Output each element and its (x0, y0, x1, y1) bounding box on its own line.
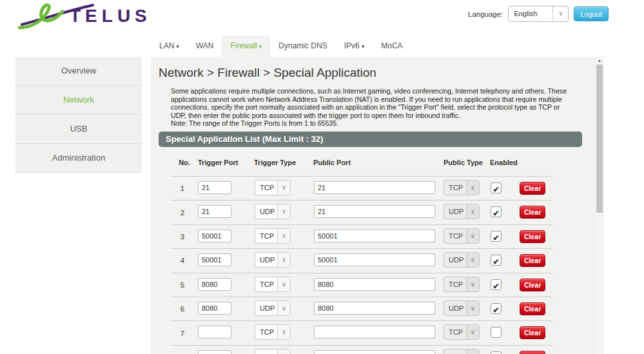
public-type-value: TCP (444, 181, 466, 195)
trigger-type-select[interactable]: UDP ∨ (255, 252, 291, 268)
clear-button[interactable]: Clear (520, 230, 545, 243)
tab-ipv6[interactable]: IPv6▾ (336, 35, 373, 57)
public-port-input[interactable] (314, 253, 435, 266)
enabled-checkbox[interactable] (491, 351, 502, 354)
caret-down-icon: ▾ (176, 43, 179, 50)
row-number: 3 (175, 225, 190, 248)
logo-wordmark: TELUS (70, 6, 150, 26)
content-area: Network > Firewall > Special Application… (151, 57, 604, 354)
sidebar-item-network[interactable]: Network (15, 86, 142, 115)
chevron-down-icon: ∨ (277, 277, 290, 291)
trigger-type-select[interactable]: TCP ∨ (255, 228, 291, 244)
enabled-checkbox[interactable] (491, 327, 502, 338)
public-type-select[interactable]: UDP ∨ (444, 204, 480, 219)
public-type-select[interactable]: UDP ∨ (444, 252, 480, 268)
trigger-port-input[interactable] (198, 253, 231, 266)
public-port-input[interactable] (314, 230, 435, 242)
column-header-trigger-port: Trigger Port (198, 159, 238, 166)
table-row: 4 UDP ∨ UDP ∨ Clear (171, 248, 553, 272)
public-type-select[interactable]: TCP ∨ (444, 324, 480, 340)
chevron-down-icon: ∨ (277, 181, 290, 195)
trigger-type-select[interactable]: UDP ∨ (255, 204, 291, 219)
trigger-type-value: TCP (255, 325, 277, 339)
table-row: 1 TCP ∨ TCP ∨ Clear (171, 176, 553, 200)
sidebar-item-overview[interactable]: Overview (15, 57, 142, 86)
tab-wan[interactable]: WAN (188, 35, 222, 57)
trigger-type-value: UDP (255, 301, 277, 315)
tab-dynamic-dns[interactable]: Dynamic DNS (270, 35, 335, 57)
sidebar-item-administration[interactable]: Administration (15, 144, 142, 173)
column-header-enabled: Enabled (490, 159, 518, 166)
clear-button[interactable]: Clear (520, 302, 545, 315)
vertical-scrollbar[interactable]: ▲ (596, 57, 603, 354)
chevron-down-icon: ∨ (466, 253, 479, 267)
trigger-type-select[interactable]: TCP ∨ (255, 324, 291, 340)
chevron-down-icon: ∨ (277, 349, 290, 354)
enabled-checkbox[interactable] (491, 206, 502, 217)
language-select[interactable]: English ∨ (508, 6, 569, 22)
logout-button[interactable]: Logout (574, 6, 609, 21)
public-type-value: UDP (444, 253, 466, 267)
clear-button[interactable]: Clear (520, 351, 545, 354)
public-port-input[interactable] (314, 278, 435, 291)
public-type-select[interactable]: TCP ∨ (444, 180, 480, 195)
column-header-public-type: Public Type (444, 159, 483, 166)
chevron-down-icon: ∨ (466, 349, 479, 354)
trigger-port-input[interactable] (198, 302, 231, 315)
table-row: 7 TCP ∨ TCP ∨ Clear (171, 320, 553, 344)
public-type-select[interactable]: TCP ∨ (444, 349, 480, 354)
public-type-value: TCP (444, 229, 466, 243)
trigger-type-select[interactable]: TCP ∨ (255, 277, 291, 292)
enabled-checkbox[interactable] (491, 182, 502, 193)
chevron-down-icon: ∨ (277, 253, 290, 267)
clear-button[interactable]: Clear (520, 254, 545, 267)
trigger-type-select[interactable]: TCP ∨ (255, 180, 291, 195)
enabled-checkbox[interactable] (491, 303, 502, 314)
public-type-select[interactable]: TCP ∨ (444, 228, 480, 244)
row-number: 4 (175, 249, 190, 272)
trigger-port-input[interactable] (198, 278, 231, 291)
tab-lan[interactable]: LAN▾ (151, 35, 188, 57)
trigger-port-input[interactable] (198, 205, 231, 218)
scroll-up-arrow-icon[interactable]: ▲ (596, 57, 603, 64)
chevron-down-icon: ∨ (466, 229, 479, 243)
chevron-down-icon: ∨ (466, 277, 479, 291)
panel-title-bar: Special Application List (Max Limit : 32… (159, 132, 582, 147)
tab-firewall[interactable]: Firewall▾ (222, 35, 270, 57)
public-port-input[interactable] (314, 302, 435, 315)
tab-moca[interactable]: MoCA (373, 35, 411, 57)
enabled-checkbox[interactable] (491, 279, 502, 290)
chevron-down-icon: ∨ (466, 204, 479, 219)
description-note: Note: The range of the Trigger Ports is … (171, 119, 338, 127)
public-type-value: TCP (444, 277, 466, 291)
language-select-value: English (509, 6, 552, 21)
public-type-select[interactable]: UDP ∨ (444, 300, 480, 316)
row-number: 1 (175, 177, 190, 200)
description-text: Some applications require multiple conne… (171, 87, 568, 128)
row-number: 7 (175, 321, 190, 344)
clear-button[interactable]: Clear (520, 182, 545, 195)
public-port-input[interactable] (314, 181, 435, 194)
clear-button[interactable]: Clear (520, 206, 545, 219)
enabled-checkbox[interactable] (491, 255, 502, 266)
enabled-checkbox[interactable] (491, 231, 502, 242)
scrollbar-thumb[interactable] (596, 64, 603, 213)
trigger-type-value: TCP (255, 277, 277, 291)
sidebar-item-usb[interactable]: USB (15, 115, 142, 144)
table-row: 2 UDP ∨ UDP ∨ Clear (171, 200, 553, 224)
clear-button[interactable]: Clear (520, 326, 545, 339)
trigger-port-input[interactable] (198, 181, 231, 194)
public-port-input[interactable] (314, 326, 435, 339)
trigger-type-value: TCP (255, 181, 277, 195)
trigger-type-select[interactable]: TCP ∨ (255, 349, 291, 354)
public-port-input[interactable] (314, 205, 435, 218)
public-port-input[interactable] (314, 350, 435, 354)
trigger-port-input[interactable] (198, 326, 231, 339)
public-type-select[interactable]: TCP ∨ (444, 277, 480, 292)
table-row: 8 TCP ∨ TCP ∨ Clear (171, 345, 553, 354)
trigger-port-input[interactable] (198, 230, 231, 242)
trigger-port-input[interactable] (198, 350, 231, 354)
clear-button[interactable]: Clear (520, 279, 545, 291)
trigger-type-select[interactable]: UDP ∨ (255, 300, 291, 316)
language-controls: Language: English ∨ Logout (468, 6, 609, 22)
